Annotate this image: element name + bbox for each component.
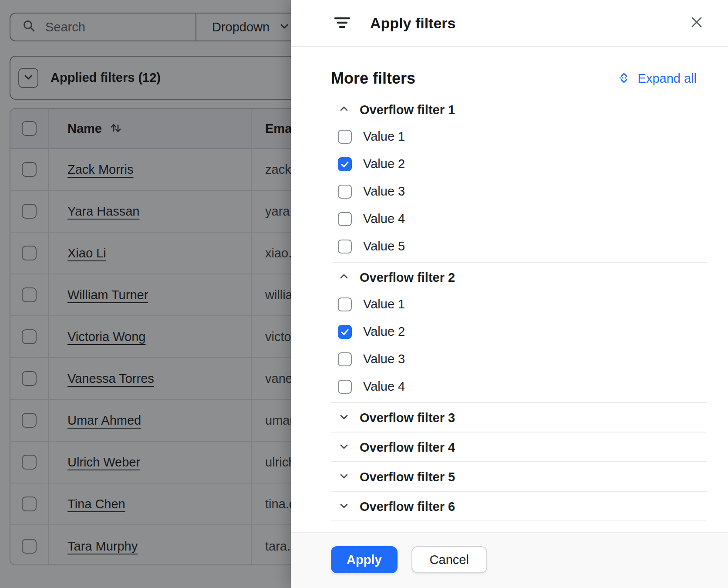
value-label: Value 3 <box>363 184 405 199</box>
filter-section-title: Overflow filter 5 <box>360 470 455 484</box>
chevron-icon <box>338 440 350 454</box>
filter-values: Value 1 Value 2 <box>331 123 707 260</box>
apply-button[interactable]: Apply <box>331 546 398 573</box>
filter-section-toggle[interactable]: Overflow filter 2 <box>331 265 707 290</box>
filter-section: Overflow filter 4 <box>331 433 707 462</box>
filter-section-title: Overflow filter 1 <box>360 103 455 117</box>
value-checkbox[interactable] <box>338 325 352 339</box>
filter-section-toggle[interactable]: Overflow filter 3 <box>331 406 707 430</box>
value-checkbox[interactable] <box>338 130 352 144</box>
value-checkbox[interactable] <box>338 157 352 171</box>
filter-value-row[interactable]: Value 2 <box>331 318 707 345</box>
filter-section-toggle[interactable]: Overflow filter 1 <box>331 98 707 122</box>
filter-section: Overflow filter 2 Value 1 <box>331 263 707 403</box>
cancel-button[interactable]: Cancel <box>411 546 487 573</box>
panel-header: Apply filters <box>291 0 728 47</box>
panel-content: More filters Expand all <box>291 47 728 521</box>
filter-value-row[interactable]: Value 1 <box>331 123 707 150</box>
close-icon <box>689 14 704 31</box>
expand-all-label: Expand all <box>638 71 697 86</box>
filter-section: Overflow filter 3 <box>331 403 707 433</box>
filter-values: Value 1 Value 2 <box>331 291 707 400</box>
value-label: Value 2 <box>363 157 405 171</box>
filter-value-row[interactable]: Value 3 <box>331 345 707 373</box>
chevron-icon <box>338 470 350 484</box>
close-button[interactable] <box>687 13 706 32</box>
filter-section-title: Overflow filter 3 <box>360 411 455 425</box>
value-label: Value 5 <box>363 239 405 253</box>
value-label: Value 4 <box>363 379 405 394</box>
chevron-icon <box>338 411 350 425</box>
value-label: Value 1 <box>363 297 405 311</box>
filter-value-row[interactable]: Value 1 <box>331 291 707 318</box>
value-checkbox[interactable] <box>338 185 352 199</box>
filter-value-row[interactable]: Value 2 <box>331 150 707 178</box>
page: Search Dropdown Applied filters (1 <box>0 0 728 588</box>
filter-section: Overflow filter 1 Value 1 <box>331 95 707 263</box>
filter-value-row[interactable]: Value 3 <box>331 178 707 205</box>
value-label: Value 2 <box>363 324 405 339</box>
filter-section-title: Overflow filter 2 <box>360 270 455 285</box>
filter-section-toggle[interactable]: Overflow filter 6 <box>331 494 707 519</box>
value-label: Value 4 <box>363 212 405 226</box>
chevron-icon <box>338 500 350 514</box>
filter-icon <box>333 13 352 34</box>
value-checkbox[interactable] <box>338 352 352 366</box>
value-checkbox[interactable] <box>338 380 352 394</box>
value-label: Value 3 <box>363 352 405 366</box>
panel-title: Apply filters <box>370 15 455 32</box>
filter-value-row[interactable]: Value 4 <box>331 373 707 400</box>
apply-filters-panel: Apply filters More filters <box>291 0 728 588</box>
filter-section-title: Overflow filter 4 <box>360 440 455 455</box>
chevron-icon <box>338 270 350 284</box>
unfold-vertical-icon <box>617 71 631 86</box>
filter-section: Overflow filter 6 <box>331 492 707 521</box>
filter-value-row[interactable]: Value 4 <box>331 205 707 233</box>
filter-sections: Overflow filter 1 Value 1 <box>331 95 707 521</box>
value-label: Value 1 <box>363 129 405 144</box>
value-checkbox[interactable] <box>338 212 352 226</box>
value-checkbox[interactable] <box>338 297 352 311</box>
expand-all-button[interactable]: Expand all <box>617 71 697 86</box>
filter-section-toggle[interactable]: Overflow filter 4 <box>331 435 707 460</box>
more-filters-heading: More filters <box>331 69 415 88</box>
filter-section-title: Overflow filter 6 <box>360 500 455 514</box>
chevron-icon <box>338 103 350 117</box>
filter-value-row[interactable]: Value 5 <box>331 233 707 260</box>
filter-section: Overflow filter 5 <box>331 462 707 492</box>
value-checkbox[interactable] <box>338 240 352 253</box>
filter-section-toggle[interactable]: Overflow filter 5 <box>331 465 707 489</box>
panel-footer: Apply Cancel <box>291 532 728 588</box>
